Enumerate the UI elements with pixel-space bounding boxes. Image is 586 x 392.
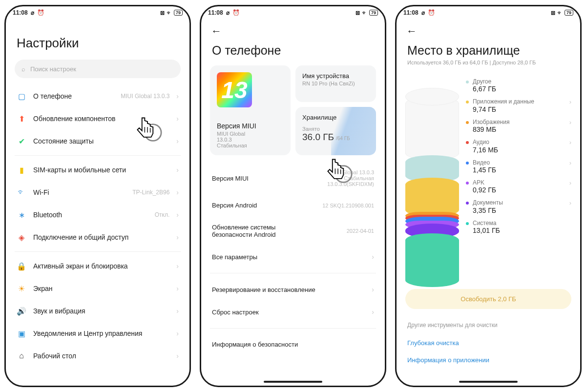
settings-group-1: ▢ О телефоне MIUI Global 13.0.3 › ⬆ Обно… [15,85,181,152]
legend-dot-icon [466,81,469,83]
row-sound[interactable]: 🔊 Звук и вибрация › [15,300,181,322]
row-security-info[interactable]: Информация о безопасности [210,333,376,355]
shield-check-icon: ✔ [17,136,26,146]
chevron-right-icon: › [569,139,571,146]
legend-item-apps[interactable]: Приложения и данные 9,74 ГБ › [466,96,571,115]
legend-name: Система [473,220,571,227]
status-bar: 11:08 ⌀ ⏰ ⊠ ᯤ 79 [397,6,580,19]
alarm-icon: ⏰ [428,9,435,16]
legend-item-docs[interactable]: Документы 3,35 ГБ › [466,197,571,216]
cyl-seg-free [405,97,459,160]
row-bluetooth[interactable]: ∗ Bluetooth Откл. › [15,204,181,226]
row-display[interactable]: ☀ Экран › [15,277,181,300]
back-button[interactable]: ← [210,19,376,41]
row-connection-sharing[interactable]: ◈ Подключение и общий доступ › [15,226,181,248]
back-button[interactable]: ← [405,19,571,41]
card-line: Стабильная [217,143,284,148]
legend-name: Приложения и данные [473,98,567,105]
page-title: Настройки [15,19,181,60]
legend-value: 0,92 ГБ [473,186,567,194]
chevron-right-icon: › [569,159,571,166]
row-lock-screen[interactable]: 🔒 Активный экран и блокировка › [15,255,181,277]
separator [210,328,376,329]
legend-value: 3,35 ГБ [473,206,567,214]
share-icon: ◈ [17,232,26,242]
row-label: Версия MIUI [212,175,327,182]
legend-name: Аудио [473,139,567,145]
storage-legend: Другое 6,67 ГБ Приложения и данные 9,74 … [466,76,571,282]
card-storage[interactable]: Хранилище Занято 36.0 ГБ/64 ГБ [295,107,376,155]
legend-name: Другое [473,78,571,85]
sound-icon: 🔊 [17,306,26,316]
row-wifi[interactable]: ᯤ Wi-Fi TP-Link_2B96 › [15,181,181,204]
card-miui-version[interactable]: 13 Версия MIUI MIUI Global 13.0.3 Стабил… [210,65,291,155]
row-backup-restore[interactable]: Резервирование и восстановление › [210,278,376,301]
chevron-right-icon: › [176,233,179,241]
legend-name: Изображения [473,119,567,125]
card-device-name[interactable]: Имя устройства RN 10 Pro (На СвяZi) [295,65,376,102]
alarm-icon: ⏰ [232,9,240,16]
row-update-components[interactable]: ⬆ Обновление компонентов › [15,107,181,130]
card-line: MIUI Global [217,131,284,137]
status-bar: 11:08 ⌀ ⏰ ⊠ ᯤ 79 [201,6,385,19]
row-all-specs[interactable]: Все параметры › [210,246,376,268]
card-title: Версия MIUI [217,122,284,130]
card-title: Имя устройства [302,72,369,80]
legend-item-apk[interactable]: APK 0,92 ГБ › [466,177,571,196]
row-android-version[interactable]: Версия Android 12 SKQ1.210908.001 [210,194,376,216]
row-label: О телефоне [33,92,114,100]
wifi-icon: ᯤ [17,187,26,197]
legend-dot-icon [466,182,469,185]
chevron-right-icon: › [372,308,374,316]
link-app-info[interactable]: Информация о приложении [405,351,571,369]
chevron-right-icon: › [176,137,179,145]
chevron-right-icon: › [372,286,374,293]
card-line: 13.0.3 [217,137,284,143]
row-security-status[interactable]: ✔ Состояние защиты › [15,130,181,152]
legend-dot-icon [466,162,469,165]
row-label: Обновление системы безопасности Android [212,224,310,238]
used-label: Занято [302,126,369,132]
nav-bar [459,381,518,383]
chevron-right-icon: › [176,352,179,360]
row-label: SIM-карты и мобильные сети [33,166,169,174]
free-space-button[interactable]: Освободить 2,0 ГБ [405,289,571,309]
row-hint: Откл. [155,211,170,218]
sun-icon: ☀ [17,284,26,293]
nosim-icon: ⊠ [356,10,360,16]
row-label: Рабочий стол [33,352,169,360]
phone-settings: 11:08 ⌀ ⏰ ⊠ ᯤ 79 Настройки ⌕ Поиск настр… [4,5,191,387]
legend-item-audio[interactable]: Аудио 7,16 МБ › [466,137,571,155]
row-label: Уведомления и Центр управления [33,330,169,337]
phone-storage: 11:08 ⌀ ⏰ ⊠ ᯤ 79 ← Место в хранилище Исп… [395,5,582,387]
phone-about: 11:08 ⌀ ⏰ ⊠ ᯤ 79 ← О телефоне 13 Версия … [200,5,386,387]
row-home-screen[interactable]: ⌂ Рабочий стол › [15,345,181,367]
legend-item-images[interactable]: Изображения 839 МБ › [466,117,571,135]
row-security-update[interactable]: Обновление системы безопасности Android … [210,216,376,246]
separator [210,273,376,273]
phone-icon: ▢ [17,91,26,101]
home-icon: ⌂ [17,351,26,361]
alarm-off-icon: ⌀ [31,9,34,16]
chevron-right-icon: › [176,188,179,196]
row-sim-networks[interactable]: ▮ SIM-карты и мобильные сети › [15,159,181,181]
row-miui-version[interactable]: Версия MIUI MIUI Global 13.0.3 Стабильна… [210,162,376,194]
legend-dot-icon [466,101,469,103]
alarm-off-icon: ⌀ [226,9,230,16]
row-label: Экран [33,285,169,292]
chevron-right-icon: › [372,253,374,261]
row-factory-reset[interactable]: Сброс настроек › [210,301,376,323]
notification-icon: ▣ [17,329,26,338]
nosim-icon: ⊠ [160,10,165,16]
row-about-phone[interactable]: ▢ О телефоне MIUI Global 13.0.3 › [15,85,181,107]
legend-item-video[interactable]: Видео 1,45 ГБ › [466,157,571,176]
legend-dot-icon [466,121,469,124]
row-notifications[interactable]: ▣ Уведомления и Центр управления › [15,322,181,345]
legend-value: 1,45 ГБ [473,166,567,174]
storage-visualization: Другое 6,67 ГБ Приложения и данные 9,74 … [405,76,571,282]
wifi-icon: ᯤ [362,10,367,16]
row-label: Wi-Fi [33,188,126,196]
chevron-right-icon: › [176,211,179,219]
link-deep-clean[interactable]: Глубокая очистка [405,334,571,351]
search-input[interactable]: ⌕ Поиск настроек [15,60,181,78]
